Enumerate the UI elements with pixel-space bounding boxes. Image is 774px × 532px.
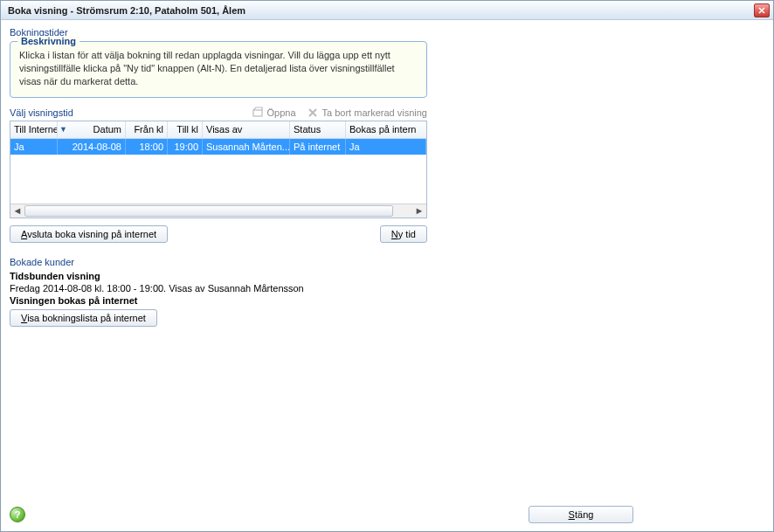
sort-down-icon: ▼ [59,125,67,134]
cell-datum: 2014-08-08 [58,139,126,155]
close-icon[interactable] [754,3,770,17]
col-fran-kl[interactable]: Från kl [126,121,168,138]
remove-label: Ta bort markerad visning [322,107,427,118]
booked-details: Fredag 2014-08-08 kl. 18:00 - 19:00. Vis… [10,283,427,294]
end-booking-internet-button[interactable]: Avsluta boka visning på internet [10,225,168,243]
scroll-left-icon[interactable]: ◄ [10,204,24,218]
booked-customers-section: Bokade kunder Tidsbunden visning Fredag … [10,257,427,327]
times-grid: Till Internet ▼ Datum Från kl Till kl Vi… [10,121,427,218]
cell-fran-kl: 18:00 [126,139,168,155]
timebound-heading: Tidsbunden visning [10,271,427,281]
help-icon[interactable]: ? [10,507,25,522]
open-label: Öppna [267,107,296,118]
col-status[interactable]: Status [290,121,346,138]
horizontal-scrollbar[interactable]: ◄ ► [10,204,426,218]
scroll-thumb[interactable] [24,205,393,217]
description-legend: Beskrivning [17,36,79,46]
content-area: Bokningstider Beskrivning Klicka i lista… [1,20,773,531]
close-button[interactable]: Stäng [529,506,633,523]
help-label: ? [15,509,21,520]
cell-bokas: Ja [346,139,426,155]
description-box: Beskrivning Klicka i listan för att välj… [10,41,427,98]
left-column: Bokningstider Beskrivning Klicka i lista… [10,27,427,524]
internet-booking-heading: Visningen bokas på internet [10,295,427,306]
btn-t3: isa bokningslista på internet [27,313,146,323]
cell-till-internet: Ja [10,139,58,155]
cell-status: På internet [290,139,346,155]
open-icon [252,107,264,119]
col-till-internet[interactable]: Till Internet [10,121,58,138]
open-button[interactable]: Öppna [252,107,296,119]
booked-customers-label: Bokade kunder [10,257,427,267]
titlebar: Boka visning - Strömsrum 2:10, Pataholm … [1,1,773,20]
dialog-window: Boka visning - Strömsrum 2:10, Pataholm … [0,0,774,532]
cell-till-kl: 19:00 [168,139,203,155]
col-till-kl[interactable]: Till kl [168,121,203,138]
grid-toolbar: Välj visningstid Öppna Ta bort markerad … [10,107,427,119]
choose-time-label: Välj visningstid [10,107,241,118]
btn-t2: y tid [398,229,416,239]
window-title: Boka visning - Strömsrum 2:10, Pataholm … [8,5,754,16]
btn-u4: S [569,509,575,520]
btn-u2: N [391,229,398,239]
scroll-track[interactable] [24,204,412,218]
col-visas-av[interactable]: Visas av [203,121,290,138]
cell-visas-av: Susannah Mårten... [203,139,290,155]
svg-rect-0 [253,110,262,116]
grid-header: Till Internet ▼ Datum Från kl Till kl Vi… [10,121,426,139]
col-datum-label: Datum [93,124,121,135]
col-datum[interactable]: ▼ Datum [58,121,126,138]
delete-icon [307,107,319,119]
col-bokas[interactable]: Bokas på intern [346,121,426,138]
remove-button[interactable]: Ta bort markerad visning [307,107,427,119]
btn-t4: täng [575,509,593,520]
table-row[interactable]: Ja 2014-08-08 18:00 19:00 Susannah Mårte… [10,139,426,155]
new-time-button[interactable]: Ny tid [380,225,427,243]
grid-body: Ja 2014-08-08 18:00 19:00 Susannah Mårte… [10,139,426,204]
scroll-right-icon[interactable]: ► [412,204,426,218]
grid-buttons-row: Avsluta boka visning på internet Ny tid [10,225,427,243]
btn-t1: vsluta boka visning på internet [27,229,156,239]
view-booking-list-button[interactable]: Visa bokningslista på internet [10,309,157,327]
dialog-footer: ? Stäng [1,498,773,531]
description-text: Klicka i listan för att välja bokning ti… [19,49,418,88]
